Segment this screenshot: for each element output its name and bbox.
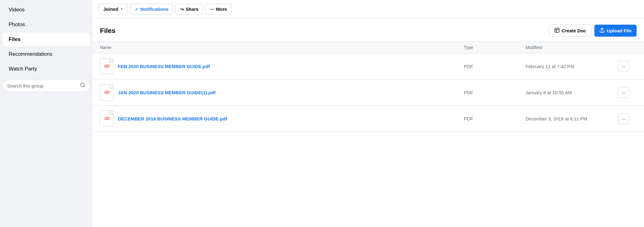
- check-icon: ✓: [135, 7, 138, 12]
- create-doc-button[interactable]: Create Doc: [549, 25, 591, 37]
- search-input[interactable]: [7, 83, 77, 88]
- pdf-icon-2: ꝏ: [100, 84, 114, 100]
- share-icon: ↪: [180, 7, 184, 12]
- svg-text:ꝏ: ꝏ: [104, 89, 110, 95]
- file-name-2[interactable]: JAN 2020 BUSINESS MEMBER GUIDE(1).pdf: [118, 90, 216, 95]
- files-actions: Create Doc Upload File: [549, 25, 637, 37]
- files-header: Files Create Doc: [93, 18, 644, 42]
- file-type-2: PDF: [464, 90, 526, 95]
- table-row: ꝏ JAN 2020 BUSINESS MEMBER GUIDE(1).pdf …: [93, 79, 644, 106]
- share-label: Share: [186, 6, 199, 12]
- file-name-3[interactable]: DECEMBER 2019 BUSINESS MEMBER GUIDE.pdf: [118, 116, 227, 121]
- svg-text:ꝏ: ꝏ: [104, 63, 110, 68]
- search-icon: [80, 82, 85, 89]
- svg-line-1: [84, 86, 85, 87]
- joined-label: Joined: [103, 6, 118, 12]
- files-title: Files: [100, 27, 115, 35]
- table-row: ꝏ DECEMBER 2019 BUSINESS MEMBER GUIDE.pd…: [93, 106, 644, 132]
- files-section: Files Create Doc: [93, 18, 644, 227]
- chevron-down-icon: ▼: [120, 7, 123, 11]
- create-doc-label: Create Doc: [562, 28, 586, 33]
- pdf-icon-1: ꝏ: [100, 58, 114, 74]
- acrobat-icon: ꝏ: [103, 62, 111, 71]
- file-more-button-2[interactable]: ···: [618, 87, 629, 98]
- file-type-3: PDF: [464, 116, 526, 121]
- file-type-1: PDF: [464, 64, 526, 69]
- file-cell-2: ꝏ JAN 2020 BUSINESS MEMBER GUIDE(1).pdf: [100, 84, 464, 100]
- more-button[interactable]: ··· More: [206, 4, 232, 14]
- file-cell-3: ꝏ DECEMBER 2019 BUSINESS MEMBER GUIDE.pd…: [100, 111, 464, 127]
- sidebar-item-videos[interactable]: Videos: [2, 3, 90, 17]
- notifications-button[interactable]: ✓ Notifications: [130, 4, 173, 14]
- pdf-icon-3: ꝏ: [100, 111, 114, 127]
- upload-file-label: Upload File: [607, 28, 632, 33]
- acrobat-icon: ꝏ: [103, 114, 111, 124]
- col-header-modified: Modified: [526, 45, 618, 50]
- create-doc-icon: [554, 27, 560, 34]
- joined-button[interactable]: Joined ▼: [99, 4, 128, 14]
- main-content: Joined ▼ ✓ Notifications ↪ Share ··· Mor…: [93, 0, 644, 227]
- search-box: [2, 79, 90, 92]
- toolbar: Joined ▼ ✓ Notifications ↪ Share ··· Mor…: [93, 0, 644, 18]
- upload-icon: [599, 27, 605, 34]
- upload-file-button[interactable]: Upload File: [594, 25, 637, 37]
- acrobat-icon: ꝏ: [103, 88, 111, 97]
- share-button[interactable]: ↪ Share: [175, 4, 203, 14]
- table-row: ꝏ FEB 2020 BUSINESS MEMBER GUIDE.pdf PDF…: [93, 53, 644, 79]
- file-modified-1: February 11 at 7:42 PM: [526, 64, 618, 69]
- more-dots-icon: ···: [210, 6, 214, 12]
- notifications-label: Notifications: [140, 6, 168, 12]
- file-name-1[interactable]: FEB 2020 BUSINESS MEMBER GUIDE.pdf: [118, 64, 210, 69]
- svg-text:ꝏ: ꝏ: [104, 115, 110, 121]
- sidebar: Videos Photos Files Recommendations Watc…: [0, 0, 93, 227]
- file-more-button-1[interactable]: ···: [618, 61, 629, 72]
- files-table: Name Type Modified ꝏ FEB 2020 BUSINESS M: [93, 42, 644, 132]
- file-more-button-3[interactable]: ···: [618, 113, 629, 124]
- table-header: Name Type Modified: [93, 42, 644, 53]
- file-cell-1: ꝏ FEB 2020 BUSINESS MEMBER GUIDE.pdf: [100, 58, 464, 74]
- file-modified-3: December 3, 2019 at 6:11 PM: [526, 116, 618, 121]
- file-modified-2: January 8 at 10:55 AM: [526, 90, 618, 95]
- sidebar-item-photos[interactable]: Photos: [2, 18, 90, 31]
- col-header-type: Type: [464, 45, 526, 50]
- sidebar-item-recommendations[interactable]: Recommendations: [2, 47, 90, 61]
- sidebar-item-watch-party[interactable]: Watch Party: [2, 62, 90, 76]
- svg-rect-2: [555, 28, 559, 32]
- col-header-actions: [618, 45, 637, 50]
- col-header-name: Name: [100, 45, 464, 50]
- sidebar-item-files[interactable]: Files: [2, 33, 90, 46]
- more-label: More: [216, 6, 227, 12]
